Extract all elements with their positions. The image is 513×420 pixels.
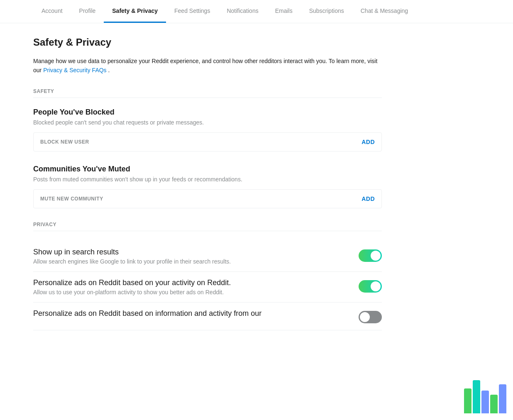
privacy-faq-link[interactable]: Privacy & Security FAQs <box>43 67 106 73</box>
tab-subscriptions[interactable]: Subscriptions <box>301 0 352 23</box>
personalize-ads-reddit-row: Personalize ads on Reddit based on your … <box>33 272 382 303</box>
nav-bar: Account Profile Safety & Privacy Feed Se… <box>0 0 513 23</box>
search-results-row: Show up in search results Allow search e… <box>33 241 382 272</box>
search-results-text: Show up in search results Allow search e… <box>33 248 359 265</box>
muted-title: Communities You've Muted <box>33 165 382 173</box>
personalize-ads-reddit-desc: Allow us to use your on-platform activit… <box>33 289 342 295</box>
tab-emails[interactable]: Emails <box>267 0 301 23</box>
muted-description: Posts from muted communities won't show … <box>33 176 382 183</box>
personalize-ads-activity-row: Personalize ads on Reddit based on infor… <box>33 303 382 330</box>
block-user-input-row: BLOCK NEW USER ADD <box>33 132 382 151</box>
personalize-ads-activity-label: Personalize ads on Reddit based on infor… <box>33 309 342 318</box>
mute-community-add-button[interactable]: ADD <box>362 195 375 202</box>
blocked-title: People You've Blocked <box>33 108 382 117</box>
page-description: Manage how we use data to personalize yo… <box>33 56 382 75</box>
personalize-ads-activity-text: Personalize ads on Reddit based on infor… <box>33 309 359 320</box>
personalize-ads-activity-toggle[interactable] <box>359 311 382 323</box>
personalize-ads-reddit-label: Personalize ads on Reddit based on your … <box>33 278 342 287</box>
mute-community-input-row: MUTE NEW COMMUNITY ADD <box>33 189 382 208</box>
block-user-placeholder: BLOCK NEW USER <box>40 139 362 145</box>
tab-notifications[interactable]: Notifications <box>218 0 266 23</box>
main-content: Safety & Privacy Manage how we use data … <box>0 23 415 344</box>
mute-community-placeholder: MUTE NEW COMMUNITY <box>40 196 362 202</box>
muted-section: Communities You've Muted Posts from mute… <box>33 165 382 208</box>
search-results-label: Show up in search results <box>33 248 342 256</box>
tab-profile[interactable]: Profile <box>71 0 104 23</box>
tab-feed-settings[interactable]: Feed Settings <box>166 0 218 23</box>
tab-chat-messaging[interactable]: Chat & Messaging <box>352 0 416 23</box>
privacy-section-header: PRIVACY <box>33 222 382 231</box>
personalize-ads-reddit-toggle[interactable] <box>359 280 382 293</box>
page-title: Safety & Privacy <box>33 37 382 48</box>
blocked-section: People You've Blocked Blocked people can… <box>33 108 382 151</box>
blocked-description: Blocked people can't send you chat reque… <box>33 119 382 126</box>
nav-tabs: Account Profile Safety & Privacy Feed Se… <box>33 0 480 23</box>
safety-section-header: SAFETY <box>33 88 382 98</box>
tab-safety-privacy[interactable]: Safety & Privacy <box>104 0 166 23</box>
privacy-section: PRIVACY Show up in search results Allow … <box>33 222 382 330</box>
block-user-add-button[interactable]: ADD <box>362 139 375 145</box>
search-results-desc: Allow search engines like Google to link… <box>33 258 342 265</box>
tab-account[interactable]: Account <box>33 0 71 23</box>
personalize-ads-reddit-text: Personalize ads on Reddit based on your … <box>33 278 359 295</box>
search-results-toggle[interactable] <box>359 249 382 262</box>
